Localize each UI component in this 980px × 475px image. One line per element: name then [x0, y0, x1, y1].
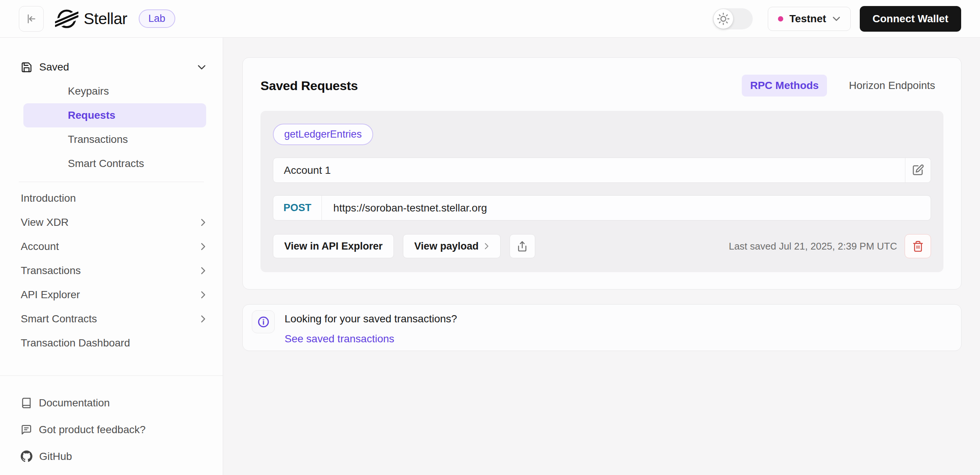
sun-icon: [717, 13, 730, 25]
sidebar-item-label: API Explorer: [21, 289, 80, 301]
info-message: Looking for your saved transactions?: [285, 313, 457, 325]
request-actions: View in API Explorer View payload: [273, 234, 931, 258]
sidebar-group-label: Saved: [39, 61, 69, 73]
share-icon: [516, 241, 528, 252]
sidebar-item-account[interactable]: Account: [0, 234, 223, 258]
sidebar-item-label: View XDR: [21, 217, 68, 228]
see-saved-transactions-link[interactable]: See saved transactions: [285, 333, 394, 345]
request-name-field[interactable]: Account 1: [273, 158, 931, 183]
main-content: Saved Requests RPC Methods Horizon Endpo…: [223, 38, 980, 475]
info-icon-tile: [252, 310, 275, 333]
sidebar-item-label: Account: [21, 241, 59, 253]
saved-request-item: getLedgerEntries Account 1 P: [261, 111, 943, 272]
chevron-down-icon: [197, 64, 206, 70]
rpc-method-badge: getLedgerEntries: [273, 124, 373, 145]
saved-transactions-info-card: Looking for your saved transactions? See…: [242, 304, 961, 351]
sidebar-item-label: Transaction Dashboard: [21, 337, 130, 349]
saved-requests-card: Saved Requests RPC Methods Horizon Endpo…: [242, 57, 961, 290]
chevron-right-icon: [200, 266, 206, 275]
save-icon: [21, 61, 32, 73]
sidebar-divider: [19, 182, 204, 182]
sidebar-item-requests[interactable]: Requests: [23, 103, 206, 128]
sidebar-item-transactions[interactable]: Transactions: [0, 258, 223, 283]
network-label: Testnet: [789, 13, 826, 25]
github-icon: [21, 451, 32, 462]
request-type-tabs: RPC Methods Horizon Endpoints: [742, 75, 943, 97]
chevron-right-icon: [200, 290, 206, 299]
tab-horizon-endpoints[interactable]: Horizon Endpoints: [840, 75, 943, 97]
sidebar-item-transactions-saved[interactable]: Transactions: [23, 128, 206, 151]
sidebar-link-label: GitHub: [39, 451, 72, 462]
chevron-right-icon: [200, 314, 206, 324]
request-url-value: https://soroban-testnet.stellar.org: [322, 202, 487, 214]
sidebar-item-label: Smart Contracts: [21, 313, 97, 325]
chevron-right-icon: [484, 242, 489, 250]
sidebar-item-transaction-dashboard[interactable]: Transaction Dashboard: [0, 331, 223, 355]
sidebar-footer: Documentation Got product feedback? G: [0, 376, 223, 475]
request-name-value: Account 1: [273, 164, 905, 177]
book-icon: [21, 397, 32, 409]
edit-name-button[interactable]: [905, 158, 931, 182]
app-header: Stellar Lab Testnet Connect Walle: [0, 0, 980, 38]
sidebar-collapse-button[interactable]: [19, 6, 44, 32]
sidebar-item-label: Smart Contracts: [57, 158, 144, 170]
sidebar-item-keypairs[interactable]: Keypairs: [23, 79, 206, 103]
sidebar-item-introduction[interactable]: Introduction: [0, 186, 223, 210]
view-payload-button[interactable]: View payload: [403, 234, 501, 258]
chevron-down-icon: [832, 16, 840, 22]
view-in-api-explorer-button[interactable]: View in API Explorer: [273, 234, 394, 258]
brand-name: Stellar: [84, 10, 127, 28]
chevron-right-icon: [200, 242, 206, 251]
sidebar-item-label: Requests: [57, 109, 115, 121]
tab-rpc-methods[interactable]: RPC Methods: [742, 75, 827, 97]
page-title: Saved Requests: [261, 78, 358, 93]
sidebar-item-view-xdr[interactable]: View XDR: [0, 210, 223, 234]
sidebar-link-label: Documentation: [39, 397, 110, 409]
last-saved-timestamp: Last saved Jul 21, 2025, 2:39 PM UTC: [729, 241, 905, 252]
theme-toggle[interactable]: [713, 8, 753, 29]
sidebar-nav: Saved Keypairs Requests Transactions Sma…: [0, 38, 223, 376]
info-icon: [257, 316, 270, 328]
sidebar-link-github[interactable]: GitHub: [0, 443, 223, 470]
sidebar-link-feedback[interactable]: Got product feedback?: [0, 416, 223, 443]
share-request-button[interactable]: [510, 234, 535, 258]
sidebar-link-documentation[interactable]: Documentation: [0, 389, 223, 416]
trash-icon: [912, 241, 924, 252]
http-method-label: POST: [273, 202, 321, 214]
brand-logo[interactable]: Stellar Lab: [55, 7, 175, 30]
network-selector[interactable]: Testnet: [768, 7, 851, 31]
theme-toggle-knob: [714, 9, 733, 29]
request-url-field: POST https://soroban-testnet.stellar.org: [273, 195, 931, 220]
sidebar-item-api-explorer[interactable]: API Explorer: [0, 283, 223, 307]
stellar-logo-icon: [55, 7, 78, 30]
sidebar-link-label: Got product feedback?: [39, 424, 145, 436]
collapse-sidebar-icon: [25, 13, 37, 24]
sidebar-item-label: Transactions: [21, 265, 81, 277]
sidebar-item-label: Transactions: [57, 134, 128, 145]
sidebar-item-smart-contracts[interactable]: Smart Contracts: [0, 307, 223, 331]
feedback-bubble-icon: [21, 424, 32, 435]
sidebar-item-label: Keypairs: [57, 85, 109, 97]
sidebar: Saved Keypairs Requests Transactions Sma…: [0, 38, 223, 475]
edit-pencil-icon: [912, 164, 924, 177]
sidebar-item-smart-contracts-saved[interactable]: Smart Contracts: [23, 151, 206, 176]
delete-request-button[interactable]: [905, 234, 931, 258]
lab-badge: Lab: [139, 10, 175, 28]
connect-wallet-button[interactable]: Connect Wallet: [860, 6, 961, 32]
button-label: View in API Explorer: [284, 241, 383, 252]
sidebar-item-label: Introduction: [21, 192, 76, 204]
network-status-dot: [778, 16, 783, 21]
sidebar-group-saved[interactable]: Saved: [0, 55, 223, 79]
button-label: View payload: [414, 241, 479, 252]
chevron-right-icon: [200, 218, 206, 227]
